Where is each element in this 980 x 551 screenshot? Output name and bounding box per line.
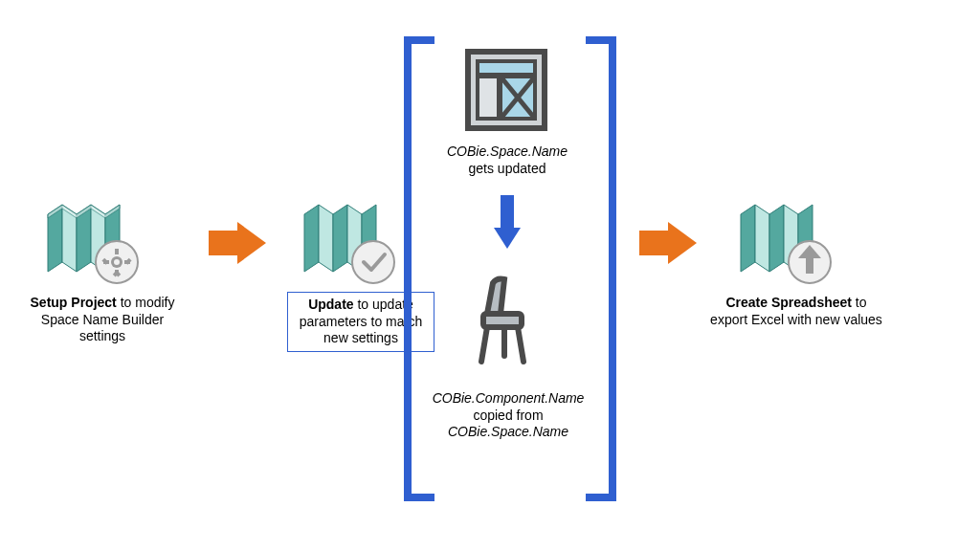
- create-spreadsheet-icon: [731, 193, 836, 289]
- space-name-line2: gets updated: [469, 161, 546, 176]
- update-icon: [295, 193, 400, 289]
- svg-rect-8: [115, 249, 119, 254]
- svg-marker-35: [769, 205, 784, 272]
- svg-marker-19: [333, 205, 347, 272]
- space-name-line1: COBie.Space.Name: [447, 143, 568, 159]
- create-spreadsheet-title: Create Spreadsheet: [725, 295, 852, 310]
- svg-marker-17: [304, 205, 319, 272]
- svg-marker-33: [741, 205, 755, 272]
- component-line3: COBie.Space.Name: [448, 424, 568, 439]
- workflow-diagram: Setup Project to modify Space Name Build…: [0, 0, 980, 551]
- create-spreadsheet-caption: Create Spreadsheet to export Excel with …: [710, 295, 882, 328]
- component-line1: COBie.Component.Name: [433, 390, 585, 406]
- svg-line-31: [518, 327, 523, 362]
- svg-marker-18: [319, 205, 333, 272]
- arrow-right-icon: [209, 222, 266, 264]
- space-name-caption: COBie.Space.Name gets updated: [431, 143, 584, 177]
- floorplan-space-icon: [464, 48, 548, 135]
- arrow-right-icon: [639, 222, 697, 264]
- chair-component-icon: [472, 276, 541, 372]
- arrow-down-icon: [494, 195, 521, 249]
- component-name-caption: COBie.Component.Name copied from COBie.S…: [419, 390, 597, 441]
- svg-rect-24: [478, 61, 535, 75]
- svg-rect-25: [478, 77, 499, 119]
- setup-project-title: Setup Project: [31, 295, 117, 310]
- setup-project-icon: [38, 193, 144, 289]
- update-title: Update: [308, 297, 353, 312]
- component-line2: copied from: [473, 408, 543, 423]
- svg-marker-34: [755, 205, 769, 272]
- setup-project-caption: Setup Project to modify Space Name Build…: [21, 295, 184, 345]
- svg-rect-39: [806, 256, 813, 274]
- svg-point-16: [114, 259, 120, 265]
- svg-line-30: [481, 327, 487, 362]
- svg-point-22: [352, 241, 394, 283]
